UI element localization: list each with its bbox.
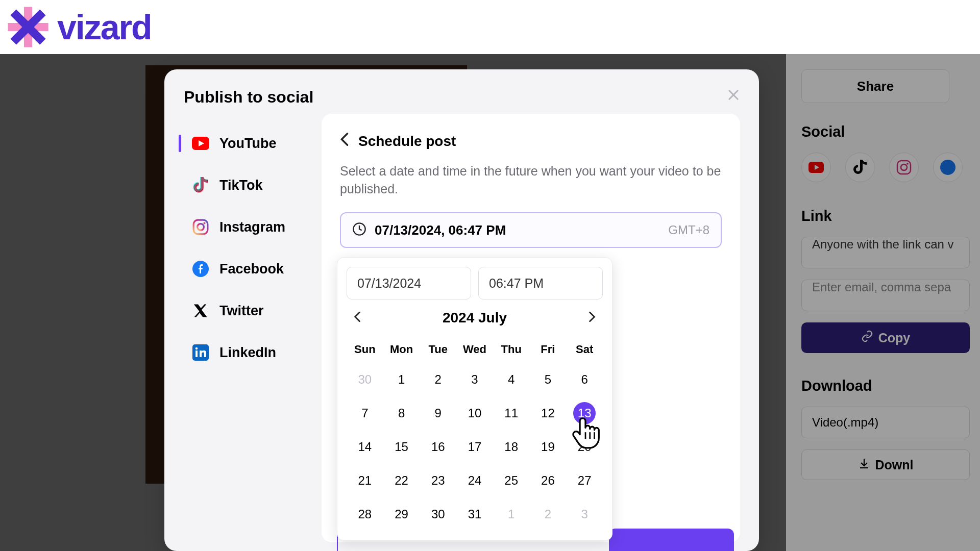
calendar-day[interactable]: 24 — [456, 464, 493, 497]
close-button[interactable] — [724, 86, 743, 104]
link-permission-select[interactable]: Anyone with the link can v — [801, 237, 970, 268]
calendar-day[interactable]: 29 — [383, 497, 420, 531]
schedule-submit-button[interactable] — [609, 529, 734, 551]
calendar-day[interactable]: 4 — [493, 363, 530, 396]
social-icon-row — [801, 153, 980, 182]
weekday-header: Thu — [493, 336, 530, 363]
calendar-day[interactable]: 3 — [456, 363, 493, 396]
time-input[interactable]: 06:47 PM — [478, 267, 603, 299]
calendar-day[interactable]: 12 — [530, 396, 567, 430]
x-twitter-icon — [192, 302, 209, 319]
platform-instagram[interactable]: Instagram — [182, 206, 320, 248]
copy-label: Copy — [878, 331, 911, 345]
calendar-day[interactable]: 22 — [383, 464, 420, 497]
calendar-day[interactable]: 26 — [530, 464, 567, 497]
platform-facebook[interactable]: Facebook — [182, 248, 320, 290]
date-input[interactable]: 07/13/2024 — [347, 267, 471, 299]
asterisk-icon — [5, 4, 51, 50]
youtube-share-icon[interactable] — [801, 153, 831, 182]
calendar-day[interactable]: 25 — [493, 464, 530, 497]
svg-rect-14 — [193, 220, 208, 234]
platform-youtube[interactable]: YouTube — [182, 122, 320, 164]
weekday-header: Sat — [566, 336, 603, 363]
prev-month-button[interactable] — [349, 307, 366, 329]
calendar-day[interactable]: 19 — [530, 430, 567, 464]
calendar-day[interactable]: 2 — [530, 497, 567, 531]
platform-linkedin[interactable]: LinkedIn — [182, 332, 320, 373]
platform-label: YouTube — [219, 136, 276, 152]
clock-icon — [352, 222, 366, 238]
datetime-value: 07/13/2024, 06:47 PM — [375, 222, 660, 238]
calendar-day[interactable]: 9 — [420, 396, 456, 430]
weekday-header: Sun — [347, 336, 383, 363]
facebook-icon — [192, 260, 209, 278]
download-icon — [858, 457, 870, 472]
calendar-popover: 07/13/2024 06:47 PM 2024 July SunMonTueW… — [337, 257, 612, 541]
calendar-nav: 2024 July — [347, 307, 603, 329]
calendar-day[interactable]: 30 — [420, 497, 456, 531]
calendar-day[interactable]: 8 — [383, 396, 420, 430]
tiktok-share-icon[interactable] — [845, 153, 875, 182]
weekday-header: Tue — [420, 336, 456, 363]
email-input[interactable]: Enter email, comma sepa — [801, 280, 970, 311]
platform-list: YouTube TikTok Instagram Facebook Twitte… — [182, 122, 320, 373]
platform-label: Instagram — [219, 219, 285, 235]
calendar-day[interactable]: 21 — [347, 464, 383, 497]
social-section-title: Social — [801, 123, 980, 140]
svg-point-7 — [901, 164, 907, 170]
copy-link-button[interactable]: Copy — [801, 322, 970, 353]
svg-point-16 — [203, 222, 205, 224]
schedule-description: Select a date and time in the future whe… — [340, 162, 722, 198]
calendar-day[interactable]: 2 — [420, 363, 456, 396]
platform-label: Facebook — [219, 261, 284, 277]
share-button[interactable]: Share — [801, 69, 949, 103]
download-button[interactable]: Downl — [801, 449, 970, 480]
calendar-day[interactable]: 27 — [566, 464, 603, 497]
modal-title: Publish to social — [184, 88, 744, 107]
calendar-day[interactable]: 18 — [493, 430, 530, 464]
datetime-input[interactable]: 07/13/2024, 06:47 PM GMT+8 — [340, 212, 722, 248]
calendar-day[interactable]: 15 — [383, 430, 420, 464]
linkedin-icon — [192, 344, 209, 361]
more-share-icon[interactable] — [933, 153, 963, 182]
download-format[interactable]: Video(.mp4) — [801, 407, 970, 438]
calendar-day[interactable]: 16 — [420, 430, 456, 464]
calendar-day[interactable]: 11 — [493, 396, 530, 430]
platform-tiktok[interactable]: TikTok — [182, 164, 320, 206]
calendar-day[interactable]: 10 — [456, 396, 493, 430]
instagram-share-icon[interactable] — [889, 153, 919, 182]
tiktok-icon — [192, 177, 209, 194]
download-section-title: Download — [801, 378, 980, 394]
calendar-day[interactable]: 30 — [347, 363, 383, 396]
calendar-day[interactable]: 5 — [530, 363, 567, 396]
brand-name: vizard — [57, 7, 152, 47]
svg-rect-19 — [195, 350, 198, 357]
calendar-day[interactable]: 14 — [347, 430, 383, 464]
svg-point-9 — [940, 160, 955, 175]
timezone-label: GMT+8 — [668, 223, 709, 237]
calendar-day[interactable]: 23 — [420, 464, 456, 497]
weekday-header: Fri — [530, 336, 567, 363]
link-icon — [861, 330, 873, 345]
platform-twitter[interactable]: Twitter — [182, 290, 320, 332]
calendar-day[interactable]: 1 — [383, 363, 420, 396]
calendar-day[interactable]: 17 — [456, 430, 493, 464]
platform-label: TikTok — [219, 178, 263, 193]
weekday-header: Wed — [456, 336, 493, 363]
calendar-day[interactable]: 31 — [456, 497, 493, 531]
download-label: Downl — [875, 458, 914, 472]
platform-label: Twitter — [219, 303, 264, 319]
calendar-day[interactable]: 28 — [347, 497, 383, 531]
svg-rect-6 — [897, 161, 911, 174]
calendar-day[interactable]: 7 — [347, 396, 383, 430]
share-panel: Share Social Link Anyone with the link c… — [786, 54, 980, 551]
brand-logo[interactable]: vizard — [5, 4, 152, 50]
calendar-day[interactable]: 1 — [493, 497, 530, 531]
back-button[interactable] — [340, 132, 349, 150]
svg-point-15 — [198, 224, 204, 231]
calendar-day[interactable]: 3 — [566, 497, 603, 531]
app-header: vizard — [0, 0, 980, 54]
next-month-button[interactable] — [583, 307, 601, 329]
calendar-grid: SunMonTueWedThuFriSat3012345678910111213… — [347, 336, 603, 531]
calendar-day[interactable]: 6 — [566, 363, 603, 396]
